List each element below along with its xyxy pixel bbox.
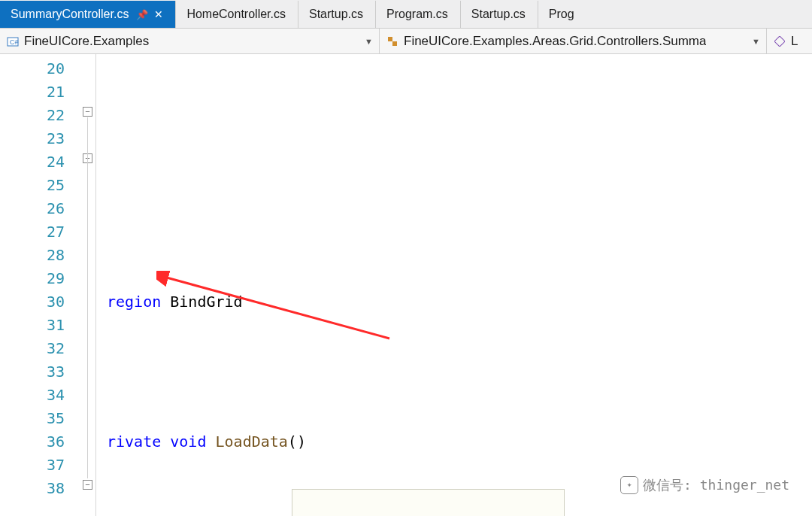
- line-number: 20: [0, 57, 65, 80]
- tab-startup-1[interactable]: Startup.cs: [298, 1, 376, 28]
- fold-toggle-method-2[interactable]: −: [83, 480, 92, 490]
- svg-text:C#: C#: [10, 38, 19, 46]
- member-dropdown[interactable]: L: [767, 29, 812, 53]
- line-number: 27: [0, 220, 65, 244]
- csharp-project-icon: C#: [6, 35, 20, 48]
- method-icon: [773, 35, 786, 48]
- pin-icon[interactable]: 📌: [136, 9, 148, 20]
- code-area[interactable]: region BindGrid rivate void LoadData() v…: [96, 54, 812, 516]
- line-number: 34: [0, 384, 65, 407]
- line-number: 25: [0, 174, 65, 197]
- code-line: [107, 360, 812, 384]
- code-line: region BindGrid: [107, 290, 812, 314]
- namespace-dropdown[interactable]: C# FineUICore.Examples ▼: [0, 29, 380, 53]
- class-icon: [386, 35, 399, 48]
- close-icon[interactable]: ✕: [154, 8, 163, 20]
- svg-rect-2: [388, 37, 392, 41]
- tab-label: HomeController.cs: [186, 8, 286, 21]
- chevron-down-icon: ▼: [747, 37, 760, 46]
- watermark: ✦ 微信号: thinger_net: [620, 473, 789, 496]
- tab-label: Program.cs: [386, 8, 448, 21]
- line-number: 35: [0, 407, 65, 430]
- wechat-icon: ✦: [620, 476, 638, 494]
- line-number: 30: [0, 290, 65, 314]
- intellisense-tooltip: 🔧 dynamic Controller.ViewBag { get; } Ge…: [292, 489, 565, 516]
- fold-toggle-region[interactable]: −: [83, 107, 92, 117]
- code-editor[interactable]: 20212223242526272829303132333435363738 −…: [0, 54, 812, 516]
- tab-program[interactable]: Program.cs: [376, 1, 461, 28]
- line-number: 31: [0, 314, 65, 337]
- tab-label: Startup.cs: [471, 8, 526, 21]
- line-number: 28: [0, 244, 65, 267]
- code-line: [107, 220, 812, 244]
- line-number: 22: [0, 104, 65, 127]
- fold-guide: [87, 117, 88, 478]
- line-number: 33: [0, 360, 65, 384]
- line-number: 36: [0, 430, 65, 454]
- tab-startup-2[interactable]: Startup.cs: [461, 1, 538, 28]
- svg-rect-3: [392, 41, 397, 46]
- code-line: [107, 150, 812, 174]
- tab-label: SummaryController.cs: [11, 8, 129, 21]
- line-number: 21: [0, 80, 65, 104]
- line-number: 23: [0, 127, 65, 150]
- member-text: L: [791, 34, 798, 49]
- namespace-text: FineUICore.Examples: [24, 34, 149, 49]
- tab-homecontroller[interactable]: HomeController.cs: [176, 1, 298, 28]
- fold-margin[interactable]: − − −: [81, 54, 96, 516]
- chevron-down-icon: ▼: [360, 37, 373, 46]
- tab-label: Startup.cs: [309, 8, 363, 21]
- line-number: 37: [0, 454, 65, 477]
- tab-summarycontroller[interactable]: SummaryController.cs 📌 ✕: [0, 1, 176, 28]
- code-line: rivate void LoadData(): [107, 430, 812, 454]
- class-dropdown[interactable]: FineUICore.Examples.Areas.Grid.Controlle…: [380, 29, 767, 53]
- line-number: 38: [0, 477, 65, 500]
- tab-label: Prog: [549, 8, 574, 21]
- line-number-gutter: 20212223242526272829303132333435363738: [0, 54, 81, 516]
- svg-rect-4: [774, 36, 785, 47]
- line-number: 32: [0, 337, 65, 360]
- navigation-bar: C# FineUICore.Examples ▼ FineUICore.Exam…: [0, 29, 812, 54]
- tab-overflow[interactable]: Prog: [538, 1, 586, 28]
- class-text: FineUICore.Examples.Areas.Grid.Controlle…: [404, 34, 706, 49]
- file-tab-bar: SummaryController.cs 📌 ✕ HomeController.…: [0, 0, 812, 29]
- line-number: 24: [0, 150, 65, 174]
- line-number: 26: [0, 197, 65, 220]
- line-number: 29: [0, 267, 65, 290]
